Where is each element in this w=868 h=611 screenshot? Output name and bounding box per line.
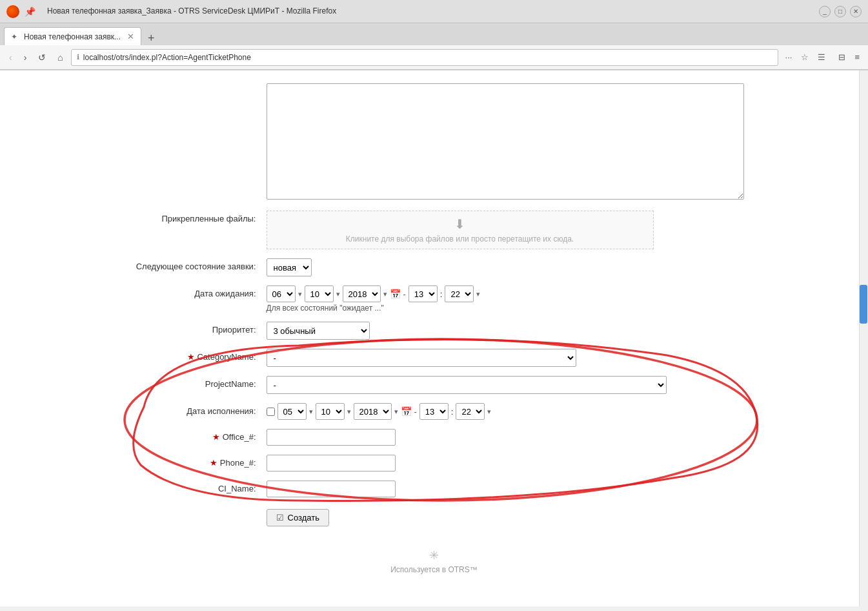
footer-asterisk-icon: ✳ bbox=[26, 548, 842, 563]
next-state-select[interactable]: новая bbox=[267, 258, 312, 276]
exec-month-select[interactable]: 10 bbox=[316, 403, 345, 420]
annotated-section: ★ CategoryName: - ProjectName: - bbox=[125, 349, 744, 497]
window-controls[interactable]: _ □ ✕ bbox=[819, 6, 862, 17]
browser-titlebar: 📌 Новая телефонная заявка_Заявка - OTRS … bbox=[0, 0, 868, 23]
due-date-hour-select[interactable]: 13 bbox=[409, 285, 438, 302]
ci-name-wrap bbox=[267, 481, 744, 497]
exec-date-dash: - bbox=[414, 407, 417, 417]
create-label-spacer bbox=[125, 509, 267, 512]
active-tab[interactable]: ✦ Новая телефонная заявк... ✕ bbox=[4, 27, 141, 45]
due-date-wrap: 06 ▾ 10 ▾ 2018 ▾ 📅 - 13 : bbox=[267, 285, 744, 313]
more-button[interactable]: ··· bbox=[782, 50, 796, 64]
phone-num-group: ★ Phone_#: bbox=[125, 455, 744, 471]
tab-favicon-icon: ✦ bbox=[11, 32, 20, 41]
required-star: ★ bbox=[187, 352, 197, 362]
browser-navbar: ‹ › ↺ ⌂ ℹ localhost/otrs/index.pl?Action… bbox=[0, 45, 868, 70]
close-button[interactable]: ✕ bbox=[850, 6, 862, 17]
phone-num-wrap bbox=[267, 455, 744, 471]
lock-icon: ℹ bbox=[77, 53, 79, 61]
category-name-group: ★ CategoryName: - bbox=[125, 349, 744, 367]
bookmark-button[interactable]: ☰ bbox=[814, 50, 829, 64]
exec-year-chevron: ▾ bbox=[394, 408, 398, 416]
execution-date-group: Дата исполнения: 05 ▾ 10 ▾ 2018 bbox=[125, 403, 744, 420]
priority-select[interactable]: 3 обычный bbox=[267, 322, 370, 340]
upload-icon: ⬇ bbox=[454, 216, 465, 232]
scroll-thumb[interactable] bbox=[860, 285, 867, 324]
office-num-wrap bbox=[267, 429, 744, 446]
home-button[interactable]: ⌂ bbox=[54, 50, 66, 65]
project-name-label: ProjectName: bbox=[125, 376, 267, 389]
tab-close-button[interactable]: ✕ bbox=[127, 32, 134, 41]
due-date-year-select[interactable]: 2018 bbox=[343, 285, 381, 302]
file-drop-zone[interactable]: ⬇ Кликните для выбора файлов или просто … bbox=[267, 211, 654, 249]
exec-minute-select[interactable]: 22 bbox=[456, 403, 485, 420]
toolbar-right: ⊟ ≡ bbox=[835, 50, 863, 64]
forward-button[interactable]: › bbox=[20, 50, 31, 65]
attached-files-group: Прикрепленные файлы: ⬇ Кликните для выбо… bbox=[125, 211, 744, 249]
priority-label: Приоритет: bbox=[125, 322, 267, 335]
check-icon: ☑ bbox=[276, 513, 284, 523]
scrollbar[interactable] bbox=[859, 70, 868, 606]
phone-num-input[interactable] bbox=[267, 455, 396, 471]
textarea-wrap bbox=[267, 83, 744, 202]
project-name-select[interactable]: - bbox=[267, 376, 667, 394]
execution-date-checkbox[interactable] bbox=[267, 408, 275, 416]
file-drop-hint: Кликните для выбора файлов или просто пе… bbox=[346, 234, 574, 243]
due-date-day-select[interactable]: 06 bbox=[267, 285, 296, 302]
exec-day-chevron: ▾ bbox=[309, 408, 313, 416]
textarea-group bbox=[125, 83, 744, 202]
create-button-label: Создать bbox=[288, 513, 319, 523]
ci-name-group: CI_Name: bbox=[125, 481, 744, 497]
due-date-group: Дата ожидания: 06 ▾ 10 ▾ 2018 ▾ 📅 bbox=[125, 285, 744, 313]
next-state-label: Следующее состояние заявки: bbox=[125, 258, 267, 271]
category-name-label: ★ CategoryName: bbox=[125, 349, 267, 362]
office-num-label: ★ Office_#: bbox=[125, 429, 267, 442]
project-name-wrap: - bbox=[267, 376, 744, 394]
due-date-hint: Для всех состояний "ожидает ..." bbox=[267, 304, 744, 313]
create-button-wrap: ☑ Создать bbox=[267, 509, 744, 526]
office-required-star: ★ bbox=[212, 432, 223, 442]
due-date-month-select[interactable]: 10 bbox=[305, 285, 334, 302]
office-num-input[interactable] bbox=[267, 429, 396, 446]
exec-calendar-button[interactable]: 📅 bbox=[401, 406, 412, 417]
chevron-down-icon-year: ▾ bbox=[383, 290, 387, 298]
exec-hour-select[interactable]: 13 bbox=[419, 403, 449, 420]
browser-chrome: 📌 Новая телефонная заявка_Заявка - OTRS … bbox=[0, 0, 868, 70]
address-bar[interactable]: ℹ localhost/otrs/index.pl?Action=AgentTi… bbox=[71, 49, 778, 66]
exec-year-select[interactable]: 2018 bbox=[354, 403, 392, 420]
date-dash: - bbox=[403, 289, 406, 299]
maximize-button[interactable]: □ bbox=[834, 6, 846, 17]
window-title: Новая телефонная заявка_Заявка - OTRS Se… bbox=[41, 0, 814, 23]
firefox-logo-icon bbox=[6, 5, 19, 18]
ci-name-input[interactable] bbox=[267, 481, 396, 497]
reader-mode-button[interactable]: ☆ bbox=[798, 50, 812, 64]
back-button[interactable]: ‹ bbox=[5, 50, 16, 65]
form-section: Прикрепленные файлы: ⬇ Кликните для выбо… bbox=[125, 83, 744, 526]
category-name-wrap: - bbox=[267, 349, 744, 367]
new-tab-button[interactable]: + bbox=[145, 32, 157, 45]
sidebar-toggle-button[interactable]: ⊟ bbox=[835, 50, 849, 64]
exec-month-chevron: ▾ bbox=[347, 408, 351, 416]
message-textarea[interactable] bbox=[267, 83, 744, 200]
exec-time-colon: : bbox=[451, 407, 454, 417]
url-text: localhost/otrs/index.pl?Action=AgentTick… bbox=[83, 53, 772, 62]
exec-day-select[interactable]: 05 bbox=[278, 403, 307, 420]
create-button[interactable]: ☑ Создать bbox=[267, 509, 329, 526]
menu-button[interactable]: ≡ bbox=[851, 50, 863, 64]
browser-tabbar: ✦ Новая телефонная заявк... ✕ + bbox=[0, 23, 868, 45]
priority-wrap: 3 обычный bbox=[267, 322, 744, 340]
phone-num-label: ★ Phone_#: bbox=[125, 455, 267, 468]
due-date-minute-select[interactable]: 22 bbox=[445, 285, 474, 302]
category-name-select[interactable]: - bbox=[267, 349, 576, 367]
due-date-row: 06 ▾ 10 ▾ 2018 ▾ 📅 - 13 : bbox=[267, 285, 744, 302]
calendar-button[interactable]: 📅 bbox=[390, 289, 401, 299]
chevron-down-icon-minute: ▾ bbox=[476, 290, 480, 298]
project-name-group: ProjectName: - bbox=[125, 376, 744, 394]
minimize-button[interactable]: _ bbox=[819, 6, 831, 17]
file-drop-wrap: ⬇ Кликните для выбора файлов или просто … bbox=[267, 211, 744, 249]
textarea-label bbox=[125, 83, 267, 87]
exec-minute-chevron: ▾ bbox=[487, 408, 491, 416]
due-date-label: Дата ожидания: bbox=[125, 285, 267, 298]
execution-date-row: 05 ▾ 10 ▾ 2018 ▾ 📅 - bbox=[267, 403, 744, 420]
reload-button[interactable]: ↺ bbox=[34, 50, 50, 65]
